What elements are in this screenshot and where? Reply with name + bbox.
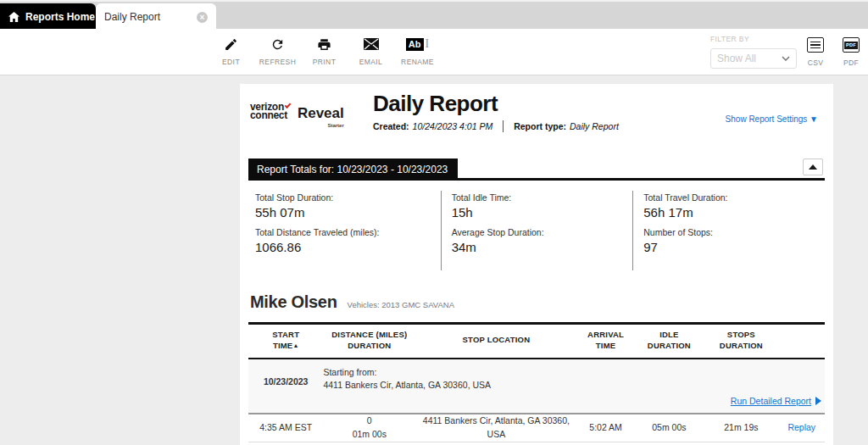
- cell-distance-duration: 001m 00s: [323, 414, 415, 442]
- rename-label: RENAME: [401, 58, 434, 66]
- triangle-up-icon: [809, 164, 817, 170]
- created-label: Created:: [373, 121, 409, 131]
- report-type-label: Report type:: [514, 121, 566, 131]
- verizon-connect-wordmark: verizon connect: [250, 103, 291, 120]
- col-header-stops-duration[interactable]: STOPSDURATION: [704, 330, 778, 352]
- csv-label: CSV: [808, 58, 824, 67]
- pdf-document-icon: PDF: [843, 37, 860, 53]
- col-header-arrival-time[interactable]: ARRIVALTIME: [577, 330, 635, 352]
- tab-bar: Reports Home Daily Report ×: [0, 0, 868, 29]
- tab-report-label: Daily Report: [104, 11, 160, 23]
- triangle-right-icon: [815, 397, 821, 405]
- csv-document-icon: [807, 37, 824, 53]
- toolbar-actions: EDIT REFRESH PRINT EMAIL AbI RENAME: [212, 36, 437, 66]
- edit-label: EDIT: [222, 58, 240, 66]
- pdf-button[interactable]: PDF PDF: [839, 37, 863, 67]
- driver-name: Mike Olsen: [250, 292, 337, 312]
- reveal-wordmark: Reveal Starter: [298, 106, 344, 133]
- replay-link[interactable]: Replay: [779, 421, 825, 435]
- filter-select[interactable]: Show All: [710, 48, 797, 69]
- rename-button[interactable]: AbI RENAME: [398, 36, 437, 66]
- report-totals-bar: Report Totals for: 10/23/2023 - 10/23/20…: [248, 160, 825, 181]
- tab-reports-home[interactable]: Reports Home: [0, 3, 96, 31]
- csv-button[interactable]: CSV: [804, 37, 827, 67]
- average-stop-duration-label: Average Stop Duration:: [452, 227, 633, 237]
- cell-stop-location: Unnamed Road, Smyrna, GA 30080, USA: [415, 442, 576, 445]
- table-row: 5:02 AM 14.6621m 00s Unnamed Road, Smyrn…: [248, 442, 825, 445]
- pencil-icon: [224, 36, 238, 53]
- cell-stop-location: 4411 Bankers Cir, Atlanta, GA 30360, USA: [415, 414, 576, 442]
- totals-grid: Total Stop Duration:55h 07m Total Distan…: [248, 191, 825, 270]
- report-header: verizon connect Reveal Starter Daily Rep…: [248, 84, 825, 153]
- show-report-settings-link[interactable]: Show Report Settings ▼: [726, 114, 818, 124]
- report-type-value: Daily Report: [570, 121, 619, 131]
- group-starting-from: Starting from: 4411 Bankers Cir, Atlanta…: [323, 366, 491, 393]
- col-header-start-time[interactable]: STARTTIME▲: [248, 330, 323, 352]
- cell-distance-duration: 14.6621m 00s: [323, 442, 415, 445]
- tab-home-label: Reports Home: [25, 11, 95, 23]
- edit-button[interactable]: EDIT: [212, 36, 250, 66]
- chevron-down-icon: [782, 56, 790, 61]
- print-label: PRINT: [313, 58, 337, 66]
- print-button[interactable]: PRINT: [305, 36, 343, 66]
- email-label: EMAIL: [359, 58, 383, 66]
- report-panel: verizon connect Reveal Starter Daily Rep…: [240, 84, 833, 445]
- home-icon: [8, 12, 19, 22]
- number-of-stops-value: 97: [643, 240, 825, 254]
- rename-icon: AbI: [406, 36, 429, 53]
- average-stop-duration-value: 34m: [452, 240, 633, 254]
- run-detailed-report-link[interactable]: Run Detailed Report: [731, 396, 811, 406]
- refresh-button[interactable]: REFRESH: [259, 36, 297, 66]
- total-stop-duration-value: 55h 07m: [255, 205, 441, 220]
- table-header-row: STARTTIME▲ DISTANCE (MILES)DURATION STOP…: [248, 322, 825, 359]
- date-group-row: 10/23/2023 Starting from: 4411 Bankers C…: [248, 359, 825, 415]
- total-idle-time-value: 15h: [452, 205, 633, 220]
- total-stop-duration-label: Total Stop Duration:: [255, 192, 441, 203]
- cell-arrival-time: 5:02 AM: [577, 421, 635, 435]
- refresh-label: REFRESH: [259, 58, 296, 66]
- report-totals-title: Report Totals for: 10/23/2023 - 10/23/20…: [248, 159, 458, 181]
- page-title: Daily Report: [373, 91, 619, 117]
- total-distance-value: 1066.86: [255, 240, 441, 254]
- col-header-idle-duration[interactable]: IDLEDURATION: [635, 330, 704, 352]
- run-detailed-report: Run Detailed Report: [248, 392, 825, 408]
- envelope-icon: [364, 36, 379, 53]
- col-header-stop-location[interactable]: STOP LOCATION: [415, 330, 576, 352]
- total-distance-label: Total Distance Traveled (miles):: [255, 227, 441, 237]
- printer-icon: [317, 36, 331, 53]
- cell-idle-duration: 05m 00s: [635, 421, 704, 435]
- col-header-distance-duration[interactable]: DISTANCE (MILES)DURATION: [323, 330, 415, 352]
- tab-daily-report[interactable]: Daily Report ×: [96, 3, 216, 31]
- driver-header: Mike Olsen Vehicles: 2013 GMC SAVANA: [248, 292, 825, 312]
- starting-from-address: 4411 Bankers Cir, Atlanta, GA 30360, USA: [323, 380, 491, 390]
- total-travel-duration-label: Total Travel Duration:: [643, 192, 825, 203]
- filter-by-label: FILTER BY: [710, 35, 797, 43]
- report-meta: Created: 10/24/2023 4:01 PM Report type:…: [373, 120, 619, 132]
- table-row: 4:35 AM EST 001m 00s 4411 Bankers Cir, A…: [248, 414, 825, 442]
- starting-from-label: Starting from:: [323, 367, 376, 377]
- export-buttons: CSV PDF PDF: [804, 37, 863, 67]
- meta-divider: [503, 120, 504, 132]
- group-date: 10/23/2023: [248, 366, 323, 393]
- refresh-icon: [270, 36, 285, 53]
- stops-table: STARTTIME▲ DISTANCE (MILES)DURATION STOP…: [248, 322, 825, 445]
- filter-by: FILTER BY Show All: [710, 35, 797, 69]
- cell-start-time: 4:35 AM EST: [248, 421, 323, 435]
- close-icon[interactable]: ×: [197, 12, 208, 23]
- total-travel-duration-value: 56h 17m: [643, 205, 825, 220]
- report-title-block: Daily Report Created: 10/24/2023 4:01 PM…: [373, 91, 619, 132]
- toolbar: EDIT REFRESH PRINT EMAIL AbI RENAME: [0, 29, 868, 75]
- number-of-stops-label: Number of Stops:: [643, 227, 825, 237]
- filter-select-value: Show All: [717, 53, 756, 64]
- col-header-actions: [779, 330, 825, 352]
- totals-column: Total Idle Time:15h Average Stop Duratio…: [441, 191, 633, 270]
- created-value: 10/24/2023 4:01 PM: [413, 121, 493, 131]
- total-idle-time-label: Total Idle Time:: [452, 192, 633, 203]
- totals-column: Total Travel Duration:56h 17m Number of …: [632, 191, 825, 270]
- verizon-check-icon: [285, 102, 292, 108]
- sort-ascending-icon: ▲: [292, 342, 298, 348]
- cell-stops-duration: 21m 19s: [704, 421, 778, 435]
- email-button[interactable]: EMAIL: [352, 36, 390, 66]
- totals-column: Total Stop Duration:55h 07m Total Distan…: [248, 191, 441, 270]
- collapse-totals-button[interactable]: [803, 159, 823, 175]
